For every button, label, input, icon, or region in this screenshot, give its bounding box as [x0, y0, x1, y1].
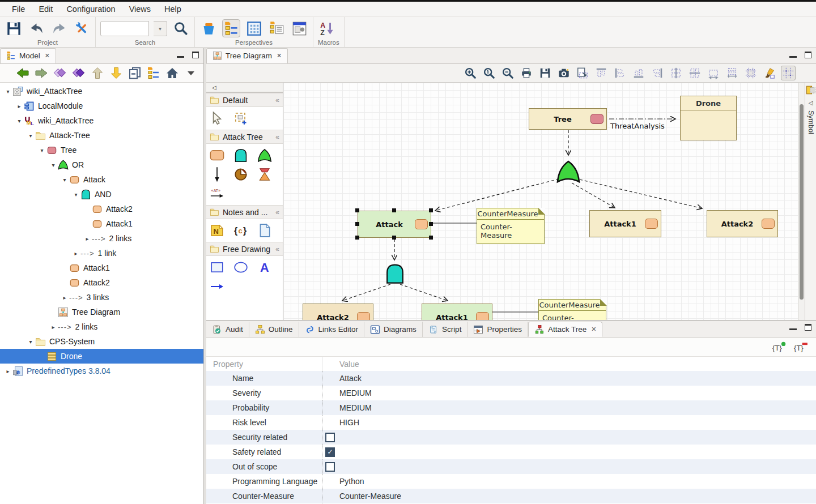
caret-button[interactable]: [184, 66, 198, 80]
tree-item-attack2[interactable]: Attack2: [0, 275, 203, 290]
palette-item-ellipse[interactable]: [232, 259, 249, 275]
property-row-probability[interactable]: ProbabilityMEDIUM: [206, 400, 816, 415]
selection-handle[interactable]: [355, 222, 359, 226]
vertical-scrollbar[interactable]: [798, 83, 805, 320]
property-row-counter-measure[interactable]: Counter-MeasureCounter-Measure: [206, 489, 816, 503]
minimize-icon[interactable]: [177, 53, 184, 58]
tree-item-and[interactable]: ▾AND: [0, 187, 203, 202]
menu-views[interactable]: Views: [123, 3, 157, 15]
scrollbar-thumb[interactable]: [800, 104, 804, 300]
tree-item-wiki-attacktree[interactable]: ▾wiki_AttackTree: [0, 84, 203, 99]
checkbox-security-related[interactable]: [325, 433, 335, 442]
search-dropdown[interactable]: ▾: [154, 21, 167, 36]
column-header-property[interactable]: Property: [206, 360, 322, 369]
node-attack2b[interactable]: Attack2: [303, 304, 373, 320]
persp-list-button[interactable]: [267, 19, 286, 37]
property-row-severity[interactable]: SeverityMEDIUM: [206, 386, 816, 400]
property-value[interactable]: HIGH: [322, 415, 816, 430]
tree-item-3-links[interactable]: ▸--->3 links: [0, 290, 203, 305]
diagram-edge[interactable]: [342, 284, 390, 301]
palette-item-cursor[interactable]: [209, 110, 226, 126]
grid-button[interactable]: [781, 66, 796, 80]
tab-links-editor[interactable]: Links Editor: [299, 322, 365, 337]
node-badge-orange[interactable]: [415, 219, 428, 229]
frame-button[interactable]: [743, 66, 758, 80]
tab-diagrams[interactable]: Diagrams: [364, 322, 423, 337]
symbol-tab-label[interactable]: Symbol: [807, 110, 815, 134]
selection-handle[interactable]: [355, 236, 359, 240]
tree-item-attack1[interactable]: Attack1: [0, 216, 203, 231]
redo-button[interactable]: [50, 19, 68, 37]
save-diagram-button[interactable]: [538, 66, 552, 80]
forward-button[interactable]: [35, 66, 48, 80]
palette-section-attack-tree[interactable]: Attack Tree«: [206, 130, 283, 144]
tree-item-attack-tree[interactable]: ▾Attack-Tree: [0, 128, 203, 143]
property-value[interactable]: Counter-Measure: [322, 489, 816, 503]
resize-horizontal-button[interactable]: [706, 66, 721, 80]
property-row-risk-level[interactable]: Risk levelHIGH: [206, 415, 816, 430]
tree-item-drone[interactable]: Drone: [0, 349, 203, 364]
property-value[interactable]: MEDIUM: [322, 400, 816, 415]
maximize-icon[interactable]: [805, 324, 811, 331]
print-button[interactable]: [519, 66, 534, 80]
property-row-safety-related[interactable]: Safety related✓: [206, 445, 816, 459]
diamond-light-button[interactable]: [53, 66, 67, 80]
tree-item-wiki-attacktree[interactable]: ▾MLwiki_AttackTree: [0, 113, 203, 128]
node-badge-pink[interactable]: [590, 114, 604, 124]
column-header-value[interactable]: Value: [322, 357, 816, 371]
expand-icon[interactable]: ▸: [60, 294, 69, 301]
property-row-programming-language[interactable]: Programming LanguagePython: [206, 474, 816, 489]
selection-handle[interactable]: [392, 208, 396, 212]
snapshot-button[interactable]: [556, 66, 571, 80]
back-button[interactable]: [16, 66, 29, 80]
up-button[interactable]: [91, 66, 104, 80]
collapse-section-icon[interactable]: «: [275, 208, 279, 216]
node-attack1[interactable]: Attack1: [589, 210, 661, 237]
distribute-rows-button[interactable]: [725, 66, 740, 80]
close-icon[interactable]: ✕: [277, 52, 282, 59]
diagram-edge[interactable]: [572, 183, 615, 208]
collapse-icon[interactable]: ▾: [37, 147, 46, 153]
symbol-collapse-icon[interactable]: ◁: [809, 100, 813, 106]
palette-item-and-node[interactable]: [232, 147, 249, 163]
tab-audit[interactable]: Audit: [206, 322, 249, 337]
selection-handle[interactable]: [429, 208, 433, 212]
palette-section-free-drawing[interactable]: Free Drawing«: [206, 242, 283, 256]
tab-model[interactable]: Model ✕: [0, 48, 56, 63]
tree-item-2-links[interactable]: ▸--->2 links: [0, 231, 203, 246]
palette-item-at-arrow[interactable]: «AT»: [209, 186, 226, 202]
palette-item-document[interactable]: [256, 223, 273, 238]
add-property-button[interactable]: {T}: [772, 341, 787, 353]
palette-item-arrow-blue[interactable]: [209, 279, 226, 294]
tree-item-or[interactable]: ▾OR: [0, 157, 203, 172]
zoom-out-button[interactable]: [500, 66, 515, 80]
symbol-sidebar[interactable]: ◁ Symbol: [805, 83, 816, 320]
selection-handle[interactable]: [355, 208, 359, 212]
tab-outline[interactable]: Outline: [249, 322, 299, 337]
expand-icon[interactable]: ▸: [49, 324, 58, 330]
property-row-security-related[interactable]: Security related: [206, 430, 816, 445]
menu-edit[interactable]: Edit: [32, 3, 59, 15]
collapse-icon[interactable]: ▾: [26, 133, 35, 139]
macros-az-button[interactable]: AZ: [318, 19, 336, 37]
node-badge-orange[interactable]: [645, 219, 658, 229]
minimize-icon[interactable]: [789, 325, 797, 330]
tree-item-attack1[interactable]: Attack1: [0, 260, 203, 275]
home-button[interactable]: [165, 66, 179, 80]
tree-item-localmodule[interactable]: ▸LocalModule: [0, 99, 203, 113]
collapse-section-icon[interactable]: «: [275, 96, 279, 104]
save-button[interactable]: [5, 19, 23, 37]
collapse-section-icon[interactable]: «: [275, 133, 279, 141]
expand-icon[interactable]: ▸: [3, 368, 12, 374]
property-value[interactable]: MEDIUM: [322, 386, 816, 400]
node-attack2[interactable]: Attack2: [707, 210, 778, 237]
palette-item-marquee[interactable]: [232, 110, 249, 126]
palette-item-rectangle[interactable]: [209, 259, 226, 275]
selection-handle[interactable]: [392, 236, 396, 240]
distribute-vertical-button[interactable]: [669, 66, 683, 80]
bucket-button[interactable]: [199, 19, 218, 37]
symbol-lib-icon[interactable]: [806, 85, 816, 95]
fit-selection-button[interactable]: [575, 66, 590, 80]
palette-section-default[interactable]: Default«: [206, 93, 283, 107]
tree-item-2-links[interactable]: ▸--->2 links: [0, 319, 203, 334]
